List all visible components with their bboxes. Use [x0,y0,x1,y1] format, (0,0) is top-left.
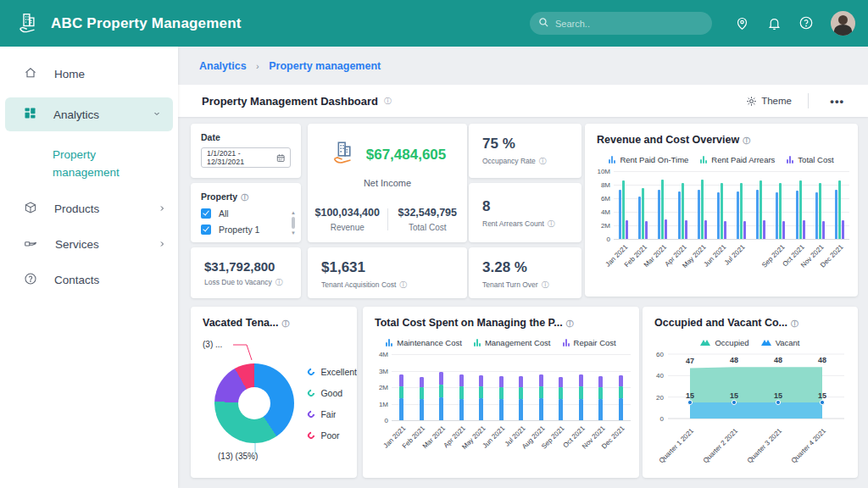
bar-chart-legend-icon [609,156,615,164]
app-header: ABC Property Management [0,0,868,47]
property-option-1[interactable]: Property 1 [201,225,301,235]
legend-label: Fair [320,409,336,419]
bar-segment [459,399,464,420]
scrollbar-thumb[interactable] [292,217,295,229]
checkbox-checked-icon[interactable] [201,208,211,219]
search-input[interactable] [555,19,691,29]
breadcrumb-link-property-management[interactable]: Property management [269,60,381,72]
info-icon[interactable]: ⓘ [791,319,798,330]
donut-legend-icon [307,388,316,397]
products-box-icon [24,201,37,217]
bar [842,220,844,239]
info-icon[interactable]: ⓘ [743,136,750,147]
contacts-icon [24,272,37,288]
scroll-down-icon[interactable]: ▼ [291,230,296,236]
more-options-button[interactable]: ••• [830,95,844,108]
kpi-label: Loss Due to Vacancyⓘ [204,277,301,288]
info-icon[interactable]: ⓘ [566,319,574,330]
bar-segment [479,398,483,420]
bar-segment [499,376,504,387]
bar-group [571,354,592,420]
revenue-value: $100,034,400 [308,207,387,219]
area-chart-svg: 60402004748484815151515 [649,351,848,422]
data-label: 15 [686,391,694,400]
legend-item: Excellent [308,367,357,377]
bar [782,221,785,239]
bar-segment [519,387,523,399]
bar-group [531,354,552,420]
sidebar-item-services[interactable]: Services [0,228,178,262]
occupied-vacant-chart-card: Occupied and Vacant Co...ⓘ OccupiedVacan… [643,307,858,478]
x-axis: Quarter 1 2021Quarter 2 2021Quarter 3 20… [649,425,851,469]
chart-plot-area: 10M8M6M4M2M0 [592,171,849,239]
kpi-label: Rent Arrears Countⓘ [482,219,581,230]
bar-segment [459,374,464,386]
bar-group [412,354,432,420]
bar [737,191,739,239]
x-axis-tick-label: Quarter 4 2021 [790,427,827,464]
bar-segment [619,398,623,420]
bars [614,171,849,239]
data-point-marker [687,400,692,404]
info-icon[interactable]: ⓘ [241,192,248,203]
loss-due-to-vacancy-card: $31,792,800 Loss Due to Vacancyⓘ [191,247,301,298]
info-icon[interactable]: ⓘ [548,219,555,230]
data-point-marker [776,400,780,404]
info-icon[interactable]: ⓘ [399,280,407,291]
user-avatar[interactable] [831,11,855,36]
notifications-bell-icon[interactable] [764,13,784,33]
sidebar-item-contacts[interactable]: Contacts [0,263,178,297]
donut-callout-good: (13) (35%) [218,452,258,461]
bar [799,180,802,239]
bar-segment [598,387,603,399]
info-icon[interactable]: ⓘ [281,319,289,330]
y-axis-tick-label: 4M [379,351,388,358]
scroll-up-icon[interactable]: ▲ [291,210,296,215]
property-list-scrollbar[interactable]: ▲ ▼ [290,210,297,236]
y-axis-tick-label: 1M [379,400,388,408]
date-range-input[interactable]: 1/1/2021 - 12/31/2021 [201,147,291,168]
info-icon[interactable]: ⓘ [542,280,549,291]
sidebar-item-label: Contacts [54,274,99,286]
area-series-vacant [690,402,822,419]
revenue-cost-bar-chart: Rent Paid On-TimeRent Paid ArrearsTotal … [585,155,858,278]
bar [740,183,743,239]
checkbox-checked-icon[interactable] [201,225,211,235]
y-axis-tick-label: 0 [607,236,610,243]
page-title: Property Management Dashboard [202,95,378,108]
bar-group [693,171,712,239]
sidebar-subitem-property-management[interactable]: Property management [0,138,127,191]
legend-label: Poor [320,430,339,441]
bar [619,190,621,239]
location-pin-icon[interactable] [732,13,752,33]
stacked-bar [439,372,443,420]
info-icon[interactable]: ⓘ [275,277,283,288]
bar [803,220,805,239]
breadcrumb-link-analytics[interactable]: Analytics [199,60,247,72]
info-icon[interactable]: ⓘ [384,96,392,107]
sidebar-item-analytics[interactable]: Analytics [5,97,173,131]
total-cost-label: Total Cost [388,223,468,232]
property-option-all[interactable]: All [201,208,301,219]
sidebar-item-products[interactable]: Products [0,192,178,226]
revenue-cost-overview-chart-card: Revenue and Cost Overviewⓘ Rent Paid On-… [585,124,858,297]
info-icon[interactable]: ⓘ [539,156,547,167]
bar [698,190,700,239]
property-filter-label: Propertyⓘ [201,191,301,203]
area-legend-icon [761,340,771,346]
bar [760,180,762,239]
theme-button[interactable]: Theme [746,96,792,107]
bar [642,188,644,239]
help-icon[interactable] [796,13,816,33]
date-filter-label: Date [201,132,301,142]
home-icon [24,66,37,82]
bar-segment [559,377,563,388]
legend-label: Rent Paid Arrears [711,155,775,164]
bar [665,219,667,239]
sidebar-item-home[interactable]: Home [0,57,178,91]
bar-segment [579,374,583,386]
bar [658,190,660,239]
legend-item: Rent Paid Arrears [700,155,775,164]
search-bar[interactable] [530,12,712,35]
data-label: 15 [818,391,826,400]
